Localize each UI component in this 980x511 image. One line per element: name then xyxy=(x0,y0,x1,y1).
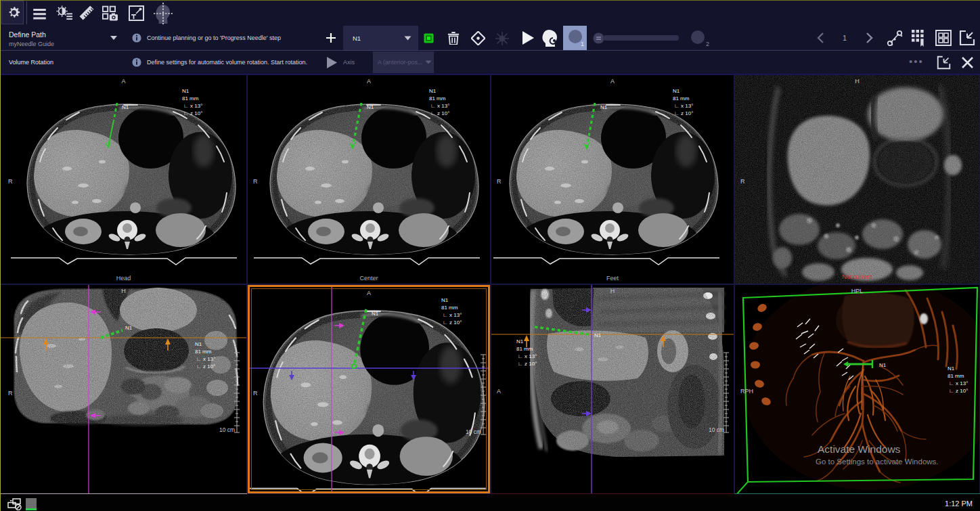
svg-text:Activate Windows: Activate Windows xyxy=(818,443,901,455)
svg-text:∟ z 10°: ∟ z 10° xyxy=(518,361,537,367)
svg-text:N1: N1 xyxy=(367,104,374,110)
svg-text:N1: N1 xyxy=(879,362,887,368)
svg-text:N1: N1 xyxy=(122,104,129,110)
svg-text:N1: N1 xyxy=(948,365,955,372)
svg-text:81 mm: 81 mm xyxy=(516,346,533,352)
svg-text:81 mm: 81 mm xyxy=(948,373,964,379)
svg-text:N1: N1 xyxy=(125,325,133,331)
svg-text:10 cm: 10 cm xyxy=(709,426,724,433)
svg-text:10 cm: 10 cm xyxy=(219,426,235,433)
svg-text:Go to Settings to activate Win: Go to Settings to activate Windows. xyxy=(816,458,939,466)
svg-text:∟ z 10°: ∟ z 10° xyxy=(949,388,968,394)
svg-text:N1: N1 xyxy=(600,104,608,110)
svg-text:N1: N1 xyxy=(516,338,524,345)
svg-text:∟ x 13°: ∟ x 13° xyxy=(518,353,537,359)
svg-text:N1: N1 xyxy=(594,332,602,338)
svg-text:∟ x 13°: ∟ x 13° xyxy=(949,380,968,386)
